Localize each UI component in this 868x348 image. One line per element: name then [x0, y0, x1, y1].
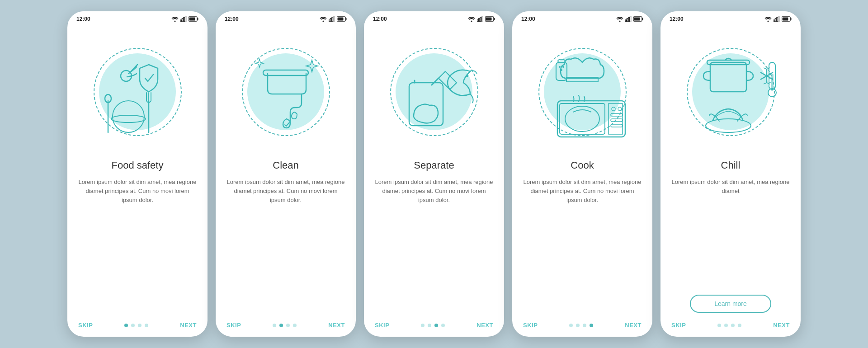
signal-icon-3	[477, 16, 483, 22]
svg-rect-33	[486, 18, 492, 21]
svg-rect-64	[777, 17, 778, 22]
svg-rect-2	[182, 19, 184, 22]
svg-rect-62	[774, 20, 775, 22]
next-button-1[interactable]: NEXT	[180, 322, 197, 329]
next-button-4[interactable]: NEXT	[625, 322, 642, 329]
screens-container: 12:00	[67, 11, 801, 337]
dot-5-4	[738, 324, 741, 327]
svg-point-0	[175, 21, 176, 22]
dot-2-2	[279, 324, 283, 327]
bottom-nav-3: SKIP NEXT	[364, 316, 504, 337]
svg-rect-53	[560, 103, 605, 134]
status-icons-1	[171, 16, 198, 22]
battery-icon-5	[782, 16, 792, 22]
screen-title-3: Separate	[375, 160, 493, 171]
svg-rect-44	[642, 18, 643, 20]
svg-rect-32	[494, 18, 495, 20]
svg-rect-7	[189, 18, 195, 21]
learn-more-button[interactable]: Learn more	[690, 295, 771, 313]
illustration-separate	[364, 24, 504, 160]
dots-2	[273, 324, 297, 327]
svg-rect-80	[771, 74, 774, 91]
svg-rect-20	[332, 17, 333, 22]
status-icons-2	[320, 16, 347, 22]
dot-2-1	[273, 324, 276, 327]
svg-rect-65	[778, 16, 780, 22]
status-icons-4	[616, 16, 643, 22]
status-time-1: 12:00	[76, 16, 90, 22]
dot-3-1	[421, 324, 425, 327]
dot-3-2	[428, 324, 431, 327]
svg-line-36	[432, 78, 439, 85]
svg-rect-67	[791, 18, 792, 20]
dot-5-3	[731, 324, 735, 327]
svg-line-76	[764, 83, 767, 84]
screen-body-2: Lorem ipsum dolor sit dim amet, mea regi…	[226, 178, 345, 316]
signal-icon-2	[329, 16, 335, 22]
dot-4-3	[583, 324, 586, 327]
svg-rect-60	[611, 124, 623, 127]
svg-rect-42	[630, 16, 632, 22]
content-food-safety: Food safety Lorem ipsum dolor sit dim am…	[67, 160, 208, 316]
status-bar-2: 12:00	[216, 11, 356, 24]
svg-rect-6	[198, 18, 198, 20]
svg-rect-39	[625, 20, 627, 22]
svg-rect-19	[330, 19, 332, 22]
signal-icon-1	[180, 16, 187, 22]
next-button-3[interactable]: NEXT	[476, 322, 493, 329]
dot-2-3	[286, 324, 290, 327]
dot-1-1	[124, 324, 128, 327]
svg-point-50	[562, 66, 564, 68]
skip-button-3[interactable]: SKIP	[375, 322, 389, 329]
screen-body-3: Lorem ipsum dolor sit dim amet, mea regi…	[375, 178, 493, 316]
svg-rect-58	[611, 113, 623, 116]
svg-rect-68	[783, 18, 788, 21]
signal-icon-5	[774, 16, 780, 22]
status-icons-3	[468, 16, 495, 22]
svg-rect-30	[482, 16, 483, 22]
battery-icon-4	[633, 16, 643, 22]
skip-button-2[interactable]: SKIP	[226, 322, 241, 329]
dots-3	[421, 324, 445, 327]
content-chill: Chill Lorem ipsum dolor sit dim amet, me…	[660, 160, 801, 316]
dot-5-1	[717, 324, 721, 327]
illustration-svg-5	[676, 38, 785, 146]
svg-rect-1	[180, 20, 182, 22]
dot-5-2	[724, 324, 728, 327]
svg-point-9	[113, 101, 144, 132]
svg-point-8	[111, 115, 146, 122]
status-time-3: 12:00	[373, 16, 387, 22]
svg-rect-45	[634, 18, 640, 21]
illustration-clean	[216, 24, 356, 160]
svg-rect-3	[184, 17, 185, 22]
dot-1-4	[145, 324, 148, 327]
illustration-svg-4	[528, 38, 637, 146]
bottom-nav-5: SKIP NEXT	[660, 316, 801, 337]
svg-point-37	[466, 75, 468, 77]
svg-point-61	[768, 21, 769, 22]
skip-button-1[interactable]: SKIP	[78, 322, 93, 329]
screen-title-2: Clean	[226, 160, 345, 171]
svg-rect-63	[775, 19, 777, 22]
dot-1-3	[138, 324, 142, 327]
skip-button-4[interactable]: SKIP	[523, 322, 538, 329]
dot-4-4	[590, 324, 593, 327]
status-time-5: 12:00	[670, 16, 684, 22]
next-button-2[interactable]: NEXT	[328, 322, 345, 329]
skip-button-5[interactable]: SKIP	[671, 322, 686, 329]
bottom-nav-4: SKIP NEXT	[512, 316, 652, 337]
svg-rect-28	[479, 19, 480, 22]
next-button-5[interactable]: NEXT	[773, 322, 790, 329]
svg-rect-29	[480, 17, 481, 22]
dot-2-4	[293, 324, 297, 327]
content-clean: Clean Lorem ipsum dolor sit dim amet, me…	[216, 160, 356, 316]
screen-body-4: Lorem ipsum dolor sit dim amet, mea regi…	[523, 178, 642, 316]
screen-clean: 12:00	[216, 11, 356, 337]
bottom-nav-1: SKIP NEXT	[67, 316, 208, 337]
svg-rect-25	[263, 70, 308, 75]
dots-1	[124, 324, 148, 327]
svg-point-26	[471, 21, 472, 22]
signal-icon-4	[625, 16, 632, 22]
battery-icon-1	[189, 16, 198, 22]
svg-point-56	[612, 107, 615, 111]
